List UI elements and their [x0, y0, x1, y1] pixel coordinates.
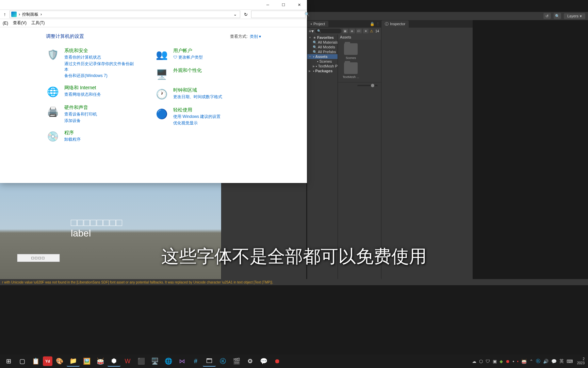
- search-icon[interactable]: 🔍: [554, 13, 561, 19]
- tray-icon[interactable]: ▪: [513, 359, 514, 364]
- tray-icon[interactable]: 🥁: [521, 359, 527, 364]
- tray-icon[interactable]: 🛡: [486, 359, 490, 364]
- category-link[interactable]: 使用 Windows 建议的设置: [173, 114, 220, 120]
- volume-icon[interactable]: 🔊: [543, 359, 549, 364]
- taskbar-app[interactable]: ⚙: [244, 356, 257, 367]
- taskbar-app-unity[interactable]: ⬢: [108, 356, 120, 367]
- taskbar-app-vs[interactable]: ⋈: [176, 356, 189, 367]
- taskbar-app-edge[interactable]: 🌐: [162, 356, 175, 367]
- ime-icon[interactable]: ⌨: [567, 359, 573, 364]
- tray-icon[interactable]: 💬: [551, 359, 557, 364]
- taskbar-app[interactable]: 🖥️: [148, 356, 161, 367]
- category-link[interactable]: 🛡 更改帐户类型: [173, 55, 203, 60]
- tray-icon[interactable]: ⬡: [479, 359, 483, 364]
- category-link[interactable]: 优化视觉显示: [173, 120, 220, 126]
- search-icon[interactable]: 🔍: [305, 12, 310, 17]
- close-button[interactable]: ✕: [291, 0, 307, 10]
- task-view-button[interactable]: ▢: [16, 356, 29, 367]
- ime-indicator[interactable]: 英: [559, 358, 564, 364]
- taskbar-app[interactable]: 🖼️: [80, 356, 93, 367]
- category-link[interactable]: 添加设备: [64, 118, 97, 124]
- category-title[interactable]: 用户帐户: [173, 48, 203, 54]
- packages-group[interactable]: ▶▪Packages: [307, 68, 338, 73]
- category-title[interactable]: 外观和个性化: [173, 67, 202, 74]
- filter-type-icon[interactable]: ▣: [343, 29, 348, 33]
- category-title[interactable]: 硬件和声音: [64, 105, 97, 111]
- category-title[interactable]: 程序: [64, 130, 81, 136]
- menu-icon[interactable]: ⋮: [376, 22, 380, 26]
- maximize-button[interactable]: ☐: [276, 0, 291, 10]
- tray-icon[interactable]: ⏺: [506, 359, 510, 364]
- console-status-bar[interactable]: r with Unicode value \u620F was not foun…: [0, 279, 588, 285]
- inspector-tab[interactable]: ⓘInspector: [381, 20, 409, 28]
- project-tab[interactable]: ▪Project: [307, 21, 328, 27]
- category-link[interactable]: 查看你的计算机状态: [64, 55, 134, 60]
- tray-icon[interactable]: ▣: [493, 359, 497, 364]
- category-title[interactable]: 网络和 Internet: [64, 85, 101, 91]
- project-body: ▼★Favorites 🔍All Materials 🔍All Models 🔍…: [307, 34, 381, 279]
- menu-edit[interactable]: (E): [3, 21, 8, 26]
- taskbar-app[interactable]: 🥁: [94, 356, 107, 367]
- folder-asset[interactable]: Scenes: [341, 43, 360, 60]
- clock[interactable]: 2 2023: [576, 357, 586, 365]
- category-link[interactable]: 备份和还原(Windows 7): [64, 73, 134, 79]
- taskbar-app-kugou[interactable]: Ⓚ: [216, 356, 229, 367]
- tray-icon[interactable]: ▪: [517, 359, 519, 364]
- filter-label-icon[interactable]: ◈: [349, 29, 355, 33]
- save-search-icon[interactable]: 🏷: [356, 29, 362, 33]
- taskbar-app[interactable]: 🎨: [53, 356, 66, 367]
- thumbnail-size-slider[interactable]: [357, 85, 378, 86]
- breadcrumb[interactable]: › 控制面板 › ⌄: [10, 11, 240, 18]
- category-link[interactable]: 通过文件历史记录保存你的文件备份副本: [64, 61, 134, 73]
- start-button[interactable]: ⊞: [2, 356, 15, 367]
- view-by-dropdown[interactable]: 类别 ▾: [250, 34, 261, 40]
- hidden-packages-icon[interactable]: ★: [363, 29, 369, 33]
- tray-icon[interactable]: Ⓚ: [536, 358, 540, 364]
- menu-tools[interactable]: 工具(T): [31, 20, 45, 26]
- tree-item[interactable]: ▪Scenes: [307, 59, 338, 64]
- tray-icon[interactable]: ◆: [500, 359, 503, 364]
- layers-dropdown[interactable]: Layers▾: [564, 13, 585, 19]
- folder-asset[interactable]: TextMesh ...: [341, 62, 360, 79]
- warning-icon[interactable]: ⚠: [370, 29, 373, 33]
- category-title[interactable]: 系统和安全: [64, 48, 134, 54]
- taskbar-app-wps[interactable]: W: [121, 356, 134, 367]
- taskbar-app-epic[interactable]: ⬛: [135, 356, 148, 367]
- taskbar-app-explorer[interactable]: 📁: [67, 356, 80, 367]
- lock-icon[interactable]: 🔒: [370, 22, 375, 26]
- category-title[interactable]: 轻松使用: [173, 107, 220, 113]
- category-link[interactable]: 更改日期、时间或数字格式: [173, 94, 222, 100]
- taskbar-app-youdao[interactable]: Yd: [43, 356, 52, 366]
- menu-view[interactable]: 查看(V): [13, 20, 27, 26]
- category-link[interactable]: 卸载程序: [64, 137, 81, 142]
- tree-item[interactable]: 🔍All Models: [307, 45, 338, 49]
- taskbar-app-record[interactable]: ⏺: [271, 356, 284, 367]
- tree-item[interactable]: ▶▪TextMesh P: [307, 64, 338, 68]
- taskbar-app[interactable]: #: [189, 356, 202, 367]
- tree-item[interactable]: 🔍All Materials: [307, 40, 338, 45]
- chevron-down-icon[interactable]: ⌄: [232, 12, 239, 17]
- search-box[interactable]: 🔍: [251, 11, 306, 18]
- category-link[interactable]: 查看网络状态和任务: [64, 92, 101, 97]
- tray-icon[interactable]: ☁: [472, 359, 476, 364]
- category-title[interactable]: 时钟和区域: [173, 87, 222, 93]
- breadcrumb-item[interactable]: 控制面板: [22, 12, 38, 17]
- taskbar-app-wechat[interactable]: 💬: [257, 356, 270, 367]
- tree-item[interactable]: 🔍All Prefabs: [307, 49, 338, 54]
- taskbar-app[interactable]: 📋: [29, 356, 42, 367]
- refresh-button[interactable]: ↻: [242, 12, 250, 17]
- taskbar-app[interactable]: 🎬: [230, 356, 243, 367]
- taskbar-app[interactable]: 🗔: [203, 356, 216, 367]
- assets-group[interactable]: ▼▪Assets: [307, 54, 338, 59]
- category-link[interactable]: 查看设备和打印机: [64, 111, 97, 117]
- nav-up-button[interactable]: ↑: [1, 12, 8, 17]
- tray-chevron-up-icon[interactable]: ⌃: [529, 359, 533, 364]
- project-search[interactable]: 🔍: [315, 29, 341, 33]
- undo-history-icon[interactable]: ↺: [543, 13, 551, 19]
- game-button[interactable]: □□□□: [17, 254, 60, 262]
- window-titlebar[interactable]: ─ ☐ ✕: [0, 0, 307, 10]
- add-asset-button[interactable]: +▾: [309, 28, 314, 34]
- favorites-group[interactable]: ▼★Favorites: [307, 35, 338, 40]
- search-input[interactable]: [254, 12, 305, 17]
- minimize-button[interactable]: ─: [260, 0, 276, 10]
